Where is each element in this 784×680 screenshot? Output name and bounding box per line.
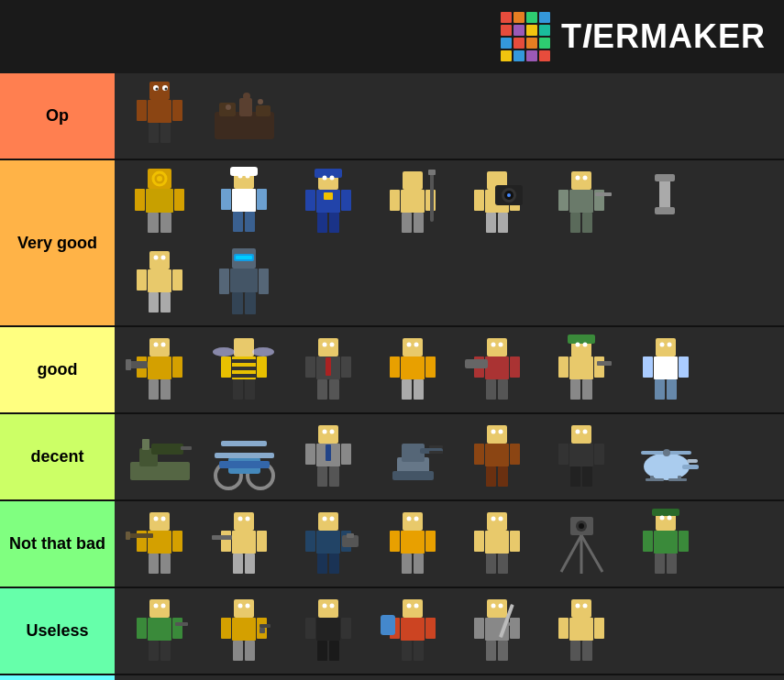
logo-cell xyxy=(501,50,512,61)
list-item xyxy=(540,505,623,583)
svg-rect-181 xyxy=(487,425,507,444)
header: TiERMAKER xyxy=(0,0,784,73)
svg-rect-122 xyxy=(390,356,400,378)
svg-rect-290 xyxy=(329,641,339,661)
svg-rect-21 xyxy=(148,213,159,233)
svg-rect-103 xyxy=(232,367,256,370)
svg-rect-298 xyxy=(414,641,424,661)
svg-rect-248 xyxy=(498,554,508,574)
svg-rect-315 xyxy=(594,618,604,639)
svg-rect-222 xyxy=(212,535,232,540)
tier-items-good xyxy=(115,327,784,412)
list-item xyxy=(624,164,707,242)
char-svg xyxy=(632,508,701,581)
svg-rect-77 xyxy=(172,269,182,291)
logo-cell xyxy=(513,38,525,49)
svg-rect-172 xyxy=(326,444,331,461)
svg-point-300 xyxy=(406,603,411,608)
svg-rect-270 xyxy=(149,641,159,661)
list-item xyxy=(456,331,538,409)
char-svg xyxy=(126,508,194,581)
svg-rect-26 xyxy=(230,167,258,176)
svg-point-233 xyxy=(322,516,326,521)
tier-items-op xyxy=(115,73,784,159)
tier-row-trash: Trash xyxy=(0,675,784,680)
svg-rect-309 xyxy=(509,622,516,626)
svg-rect-13 xyxy=(256,105,271,116)
logo-cell xyxy=(539,38,550,49)
svg-rect-239 xyxy=(402,554,412,574)
svg-rect-86 xyxy=(232,292,243,314)
tier-label-useless: Useless xyxy=(0,588,115,674)
svg-rect-133 xyxy=(498,379,508,400)
svg-rect-95 xyxy=(160,379,171,400)
svg-point-249 xyxy=(491,516,495,521)
tier-row-notthatbad: Not that bad xyxy=(0,501,784,588)
svg-rect-280 xyxy=(245,641,255,661)
svg-rect-182 xyxy=(485,444,509,466)
svg-rect-226 xyxy=(316,531,340,554)
char-svg xyxy=(210,508,279,581)
svg-point-242 xyxy=(414,516,418,521)
char-svg xyxy=(294,508,363,581)
svg-rect-2 xyxy=(137,100,147,121)
char-svg xyxy=(379,167,447,240)
svg-rect-141 xyxy=(594,356,604,378)
tier-row-decent: decent xyxy=(0,414,784,501)
svg-rect-28 xyxy=(221,189,231,210)
svg-point-110 xyxy=(252,347,274,356)
tier-label-decent: decent xyxy=(0,414,115,499)
char-svg xyxy=(632,421,701,494)
tier-row-op: Op xyxy=(0,73,784,160)
svg-rect-275 xyxy=(234,599,254,618)
tier-label-text: good xyxy=(38,360,78,379)
list-item xyxy=(203,77,285,155)
logo-grid xyxy=(501,12,550,61)
svg-rect-317 xyxy=(582,641,592,661)
svg-rect-212 xyxy=(127,533,153,538)
svg-rect-78 xyxy=(149,292,159,313)
svg-rect-316 xyxy=(570,641,580,661)
svg-rect-113 xyxy=(305,356,315,378)
char-svg xyxy=(463,595,532,668)
svg-rect-131 xyxy=(510,356,520,378)
svg-rect-166 xyxy=(318,425,338,444)
char-svg xyxy=(210,595,279,668)
svg-rect-56 xyxy=(486,213,496,233)
logo-cell xyxy=(513,25,525,36)
logo-cell xyxy=(526,50,537,61)
svg-rect-229 xyxy=(317,554,327,574)
svg-point-173 xyxy=(322,429,326,433)
svg-rect-213 xyxy=(126,532,130,540)
tier-label-text: Very good xyxy=(17,234,97,253)
svg-rect-19 xyxy=(135,189,145,211)
svg-rect-37 xyxy=(305,190,315,211)
svg-rect-312 xyxy=(571,599,591,618)
svg-rect-305 xyxy=(510,618,520,639)
svg-rect-149 xyxy=(643,356,653,378)
svg-rect-73 xyxy=(655,207,675,214)
svg-rect-125 xyxy=(414,379,424,400)
svg-rect-269 xyxy=(172,618,182,639)
svg-rect-75 xyxy=(148,269,171,292)
list-item xyxy=(203,505,285,583)
logo-cell xyxy=(501,25,512,36)
list-item xyxy=(371,164,454,242)
svg-rect-107 xyxy=(233,379,243,400)
list-item xyxy=(118,418,201,496)
svg-rect-225 xyxy=(318,512,338,531)
char-svg xyxy=(379,421,447,494)
char-svg xyxy=(126,334,194,407)
char-svg xyxy=(126,595,194,668)
tier-label-text: decent xyxy=(30,447,83,466)
svg-point-145 xyxy=(575,342,580,346)
svg-point-98 xyxy=(153,342,158,346)
svg-rect-202 xyxy=(646,478,664,481)
svg-rect-227 xyxy=(305,531,315,552)
char-svg xyxy=(463,167,532,240)
tier-label-op: Op xyxy=(0,73,115,159)
svg-point-24 xyxy=(157,176,162,181)
svg-rect-87 xyxy=(245,292,256,314)
svg-rect-185 xyxy=(486,466,496,487)
tier-items-trash xyxy=(115,675,784,680)
